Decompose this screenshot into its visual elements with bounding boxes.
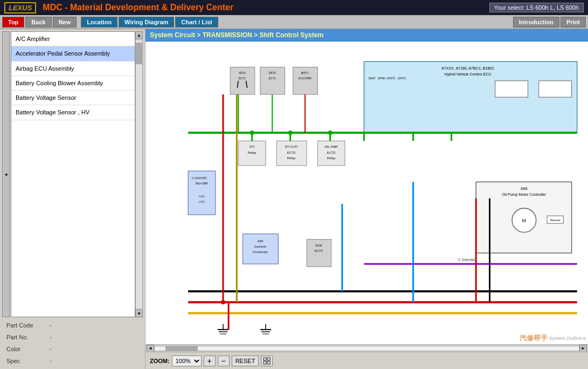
svg-text:GND: GND xyxy=(199,195,205,198)
svg-text:SOK: SOK xyxy=(315,243,322,247)
top-button[interactable]: Top xyxy=(2,17,24,28)
location-button[interactable]: Location xyxy=(81,17,117,28)
part-no-dash: - xyxy=(47,333,54,341)
svg-text:STI: STI xyxy=(250,145,255,148)
breadcrumb: System Circuit > TRANSMISSION > Shift Co… xyxy=(146,29,588,42)
watermark: 汽修帮手 System.Outline.e xyxy=(520,333,586,343)
svg-text:INV-VBF: INV-VBF xyxy=(196,181,209,185)
wiring-diagram-svg: SFI1 ECT1 SFI2 ECT2 BAT+ ECU,PWR A7XXX, … xyxy=(146,42,588,344)
svg-point-83 xyxy=(221,300,225,304)
svg-text:12VDC: 12VDC xyxy=(197,176,207,180)
svg-text:ECT1: ECT1 xyxy=(239,77,246,80)
svg-text:Relay: Relay xyxy=(248,151,257,154)
svg-rect-15 xyxy=(539,81,572,97)
svg-text:Junction: Junction xyxy=(254,244,267,248)
color-row: Color - xyxy=(4,343,141,355)
zoom-reset-button[interactable]: RESET xyxy=(232,356,259,366)
svg-text:SPND: SPND xyxy=(378,77,385,80)
spec-label: Spec xyxy=(4,357,47,365)
svg-text:BAT+: BAT+ xyxy=(301,71,309,74)
zoom-select[interactable]: 50% 75% 100% 125% 150% 200% xyxy=(172,356,202,366)
svg-point-82 xyxy=(328,131,333,135)
horizontal-scrollbar[interactable]: ◄ ► xyxy=(146,344,588,352)
svg-text:Connector: Connector xyxy=(253,250,268,254)
spec-dash: - xyxy=(47,357,54,365)
hscroll-thumb[interactable] xyxy=(165,346,198,351)
part-code-label: Part Code xyxy=(4,321,47,330)
svg-rect-86 xyxy=(267,358,270,360)
svg-text:Sensor: Sensor xyxy=(550,218,561,222)
new-button[interactable]: New xyxy=(53,17,77,28)
color-dash: - xyxy=(47,345,54,353)
list-item[interactable]: Battery Cooling Blower Assembly xyxy=(11,76,135,91)
part-code-row: Part Code - xyxy=(4,319,141,331)
wiring-diagram-button[interactable]: Wiring Diagram xyxy=(119,17,174,28)
svg-text:GND: GND xyxy=(199,200,205,203)
svg-text:SHET: SHET xyxy=(369,77,376,80)
svg-text:Relay: Relay xyxy=(327,156,336,160)
list-item[interactable]: Accelerator Pedal Sensor Assembly xyxy=(11,46,135,61)
zoom-out-button[interactable]: − xyxy=(218,356,230,366)
svg-text:Oil Pump Motor Controller: Oil Pump Motor Controller xyxy=(502,193,546,197)
back-button[interactable]: Back xyxy=(25,17,51,28)
sidebar-list[interactable]: A/C Amplifier Accelerator Pedal Sensor A… xyxy=(11,31,135,317)
svg-text:ECT2: ECT2 xyxy=(327,151,336,154)
sidebar-scroll-up-button[interactable]: ▲ xyxy=(135,31,143,39)
list-item[interactable]: Airbag ECU Assembly xyxy=(11,62,135,76)
main-layout: ◄ A/C Amplifier Accelerator Pedal Sensor… xyxy=(0,29,588,369)
svg-text:A7XXX, A7180, A7BC1, B1B01: A7XXX, A7180, A7BC1, B1B01 xyxy=(441,66,494,71)
logo-area: LEXUS xyxy=(4,2,36,13)
hscroll-track[interactable] xyxy=(154,346,579,351)
zoom-label: ZOOM: xyxy=(150,358,170,364)
part-code-dash: - xyxy=(47,322,54,329)
svg-text:OIL PMP: OIL PMP xyxy=(324,145,337,148)
sidebar-collapse-button[interactable]: ◄ xyxy=(2,31,10,317)
svg-text:DP3T1: DP3T1 xyxy=(387,77,396,80)
introduction-button[interactable]: Introduction xyxy=(513,17,559,28)
svg-point-81 xyxy=(288,131,293,135)
svg-text:SFI1: SFI1 xyxy=(239,71,246,74)
content-area: System Circuit > TRANSMISSION > Shift Co… xyxy=(146,29,588,369)
svg-rect-88 xyxy=(267,361,270,364)
svg-text:M: M xyxy=(522,218,527,223)
svg-text:ECU,PWR: ECU,PWR xyxy=(299,77,312,80)
list-item[interactable]: Battery Voltage Sensor , HV xyxy=(11,105,135,120)
svg-rect-87 xyxy=(264,361,266,364)
toolbar: Top Back New Location Wiring Diagram Cha… xyxy=(0,15,588,29)
part-no-row: Part No. - xyxy=(4,331,141,343)
print-button[interactable]: Print xyxy=(561,17,586,28)
header-bar: LEXUS MDC - Material Development & Deliv… xyxy=(0,0,588,15)
zoom-in-button[interactable]: + xyxy=(204,356,216,366)
diagram-area[interactable]: SFI1 ECT1 SFI2 ECT2 BAT+ ECU,PWR A7XXX, … xyxy=(146,42,588,344)
svg-text:ST-CUTI: ST-CUTI xyxy=(285,145,298,148)
svg-text:DP3T1: DP3T1 xyxy=(398,77,406,80)
bottom-toolbar: ZOOM: 50% 75% 100% 125% 150% 200% + − RE… xyxy=(146,352,588,369)
vehicle-select-display: Your select: LS 600h L, LS 600h xyxy=(489,3,584,12)
svg-text:SFI2: SFI2 xyxy=(269,71,276,74)
svg-text:*1 Shielded: *1 Shielded xyxy=(457,258,477,262)
color-label: Color xyxy=(4,345,47,353)
list-item[interactable]: Battery Voltage Sensor xyxy=(11,91,135,105)
app-title: MDC - Material Development & Delivery Ce… xyxy=(43,3,489,12)
svg-text:ECT2: ECT2 xyxy=(287,151,296,154)
svg-text:A88: A88 xyxy=(521,187,528,191)
svg-text:SOK: SOK xyxy=(191,176,197,180)
hscroll-right-button[interactable]: ► xyxy=(579,345,587,352)
svg-text:Hybrid Vehicle Control ECU: Hybrid Vehicle Control ECU xyxy=(445,72,492,77)
chart-list-button[interactable]: Chart / List xyxy=(175,17,218,28)
svg-text:A83: A83 xyxy=(257,239,263,243)
list-item[interactable]: A/C Amplifier xyxy=(11,32,135,46)
breadcrumb-text: System Circuit > TRANSMISSION > Shift Co… xyxy=(150,31,323,39)
part-no-label: Part No. xyxy=(4,333,47,341)
sidebar-scroll-down-button[interactable]: ▼ xyxy=(135,310,143,317)
svg-text:ECT2: ECT2 xyxy=(269,77,276,80)
svg-text:ECT2: ECT2 xyxy=(315,249,323,252)
sidebar: ◄ A/C Amplifier Accelerator Pedal Sensor… xyxy=(0,29,146,369)
hscroll-left-button[interactable]: ◄ xyxy=(147,345,154,352)
lexus-logo: LEXUS xyxy=(4,2,36,13)
zoom-fit-button[interactable] xyxy=(261,356,273,366)
spec-row: Spec - xyxy=(4,355,141,367)
svg-rect-14 xyxy=(495,81,528,97)
svg-rect-85 xyxy=(264,358,266,360)
svg-point-80 xyxy=(250,131,254,135)
